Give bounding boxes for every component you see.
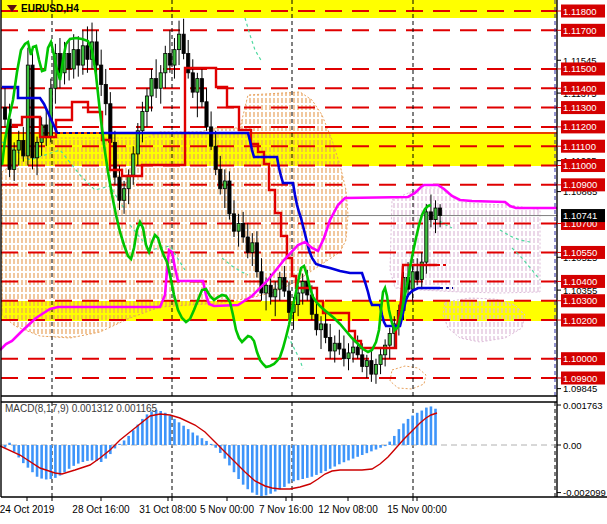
candle (177, 34, 180, 49)
macd-axis-label: 0.001763 (563, 400, 603, 411)
price-level-label: 1.11700 (563, 25, 597, 36)
candle (269, 285, 272, 297)
candle (429, 212, 432, 220)
candle (173, 50, 176, 65)
price-level-label: 1.10200 (563, 315, 597, 326)
candle (127, 175, 130, 189)
candle (370, 361, 373, 375)
candle (49, 88, 52, 136)
candle (77, 50, 80, 65)
candle (81, 46, 84, 65)
candle (35, 142, 38, 157)
candle (145, 96, 148, 111)
candle (228, 181, 231, 214)
candle (315, 314, 318, 329)
time-axis-label: 5 Nov 00:00 (200, 504, 254, 515)
candle (255, 243, 258, 272)
candle (155, 79, 158, 89)
candle (191, 73, 194, 92)
candle (31, 65, 34, 158)
candle (260, 272, 263, 293)
time-axis-label: 24 Oct 2019 (0, 504, 55, 515)
candle (205, 102, 208, 127)
candle (26, 65, 29, 156)
candle (196, 79, 199, 93)
price-level-label: 1.11200 (563, 121, 597, 132)
macd-axis-label: -0.002099 (563, 487, 606, 498)
time-axis-label: 12 Nov 08:00 (318, 504, 378, 515)
candle (333, 343, 336, 351)
candle (168, 53, 171, 65)
time-axis-label: 15 Nov 00:00 (387, 504, 447, 515)
price-level-label: 1.11500 (563, 63, 597, 74)
candle (113, 142, 116, 177)
candle (246, 237, 249, 252)
candle (329, 337, 332, 351)
candle (132, 154, 135, 175)
price-level-label: 1.10900 (563, 179, 597, 190)
candle (210, 127, 213, 146)
candle (219, 169, 222, 188)
price-level-label: 1.11400 (563, 83, 597, 94)
price-level-label: 1.10300 (563, 295, 597, 306)
trading-chart-window: 1.115451.113751.110251.108651.105251.103… (0, 0, 607, 524)
candle (388, 334, 391, 346)
candle (297, 293, 300, 305)
candle (104, 84, 107, 103)
candle (72, 50, 75, 69)
candle (365, 361, 368, 367)
candle (223, 181, 226, 189)
candle (109, 104, 112, 143)
time-axis-label: 31 Oct 08:00 (139, 504, 197, 515)
candle (122, 189, 125, 201)
candle (214, 146, 217, 169)
price-level-label: 1.11800 (563, 6, 597, 17)
candle (274, 289, 277, 297)
price-level-label: 1.10400 (563, 276, 597, 287)
macd-axis-label: 0.00 (563, 440, 582, 451)
price-level-label: 1.11000 (563, 160, 597, 171)
candle (3, 108, 6, 120)
candle (251, 243, 254, 253)
time-axis-label: 28 Oct 16:00 (72, 504, 130, 515)
time-axis-label: 7 Nov 16:00 (259, 504, 313, 515)
candle (182, 34, 185, 53)
candle (278, 278, 281, 290)
candle (264, 285, 267, 293)
current-price-label: 1.10741 (563, 210, 597, 221)
candle (242, 223, 245, 237)
candle (347, 353, 350, 359)
candle (237, 223, 240, 231)
candle (439, 208, 442, 216)
candle (200, 79, 203, 102)
candle (283, 278, 286, 292)
candle (164, 53, 167, 72)
indicator-value-label: 1.09845 (563, 383, 597, 394)
candle (95, 42, 98, 65)
candle (342, 349, 345, 359)
candle (425, 212, 428, 262)
candle (141, 111, 144, 130)
price-level-label: 1.09900 (563, 373, 597, 384)
candle (22, 140, 25, 155)
candle (187, 53, 190, 72)
price-level-label: 1.11300 (563, 102, 597, 113)
candle (384, 345, 387, 355)
candle (351, 347, 354, 353)
candle (159, 73, 162, 88)
candle (324, 324, 327, 338)
candle (434, 208, 437, 220)
candle (68, 53, 71, 68)
price-level-label: 1.10550 (563, 247, 597, 258)
price-level-label: 1.11100 (563, 141, 596, 152)
candle (338, 343, 341, 349)
yellow-zone (1, 0, 557, 18)
candle (100, 65, 103, 84)
candle (232, 214, 235, 231)
candle (356, 347, 359, 355)
candle (319, 324, 322, 330)
chart-canvas[interactable]: 1.115451.113751.110251.108651.105251.103… (0, 0, 607, 524)
price-level-label: 1.10000 (563, 353, 597, 364)
candle (45, 125, 48, 137)
candle (118, 177, 121, 200)
